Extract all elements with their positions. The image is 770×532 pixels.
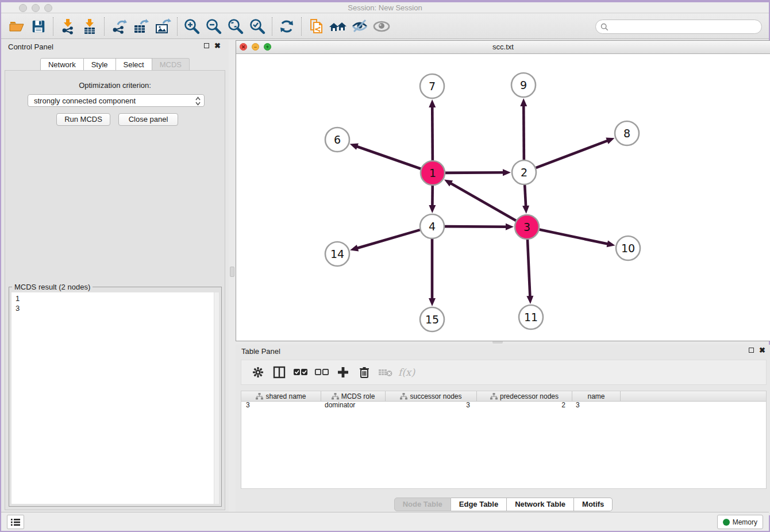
memory-button[interactable]: Memory — [717, 515, 763, 529]
cell-successor-nodes[interactable]: 3 — [386, 400, 477, 410]
export-network-icon[interactable] — [108, 16, 130, 37]
tab-motifs[interactable]: Motifs — [574, 498, 613, 511]
table-panel-title: Table Panel — [241, 347, 280, 356]
edge-arrowhead — [429, 298, 436, 306]
table-row[interactable]: 3dominator323 — [241, 400, 766, 410]
graph-edge-4-3[interactable] — [445, 226, 507, 227]
result-scrollbar[interactable] — [214, 292, 219, 504]
node-table[interactable]: shared nameMCDS rolesuccessor nodesprede… — [241, 391, 767, 489]
mcds-result-text[interactable]: 1 3 — [11, 292, 219, 504]
save-session-icon[interactable] — [28, 16, 49, 37]
cell-MCDS-role[interactable]: dominator — [321, 400, 386, 410]
show-network-overview-icon[interactable] — [327, 16, 349, 37]
add-column-icon[interactable] — [332, 362, 353, 383]
clone-network-view-icon[interactable] — [305, 16, 327, 37]
app-window: Session: New Session — [1, 2, 769, 531]
table-panel-tabs: Node TableEdge TableNetwork TableMotifs — [236, 498, 770, 511]
edge-arrowhead — [350, 144, 359, 150]
open-session-icon[interactable] — [6, 16, 28, 37]
column-header-shared-name[interactable]: shared name — [241, 391, 321, 402]
graph-edge-3-10[interactable] — [540, 230, 609, 244]
network-view-window: ✕ − + scc.txt 7968124314101511 — [236, 40, 770, 341]
graph-edge-3-11[interactable] — [528, 240, 530, 298]
graph-node-label: 3 — [523, 221, 530, 233]
network-graph: 7968124314101511 — [236, 54, 770, 341]
function-builder-icon: f(x) — [396, 362, 417, 383]
edge-arrowhead — [522, 206, 529, 214]
deselect-all-rows-icon[interactable] — [311, 362, 332, 383]
toolbar-separator — [177, 17, 178, 36]
graph-edge-2-9[interactable] — [523, 105, 524, 160]
graph-edge-1-6[interactable] — [356, 146, 421, 169]
graph-node-label: 2 — [521, 166, 528, 179]
search-field[interactable] — [595, 20, 762, 34]
import-table-icon[interactable] — [79, 16, 101, 37]
edge-arrowhead — [520, 98, 527, 106]
split-table-icon[interactable] — [268, 362, 290, 383]
graph-node-label: 15 — [425, 313, 439, 326]
export-table-icon[interactable] — [130, 16, 152, 37]
delete-columns-icon[interactable] — [353, 362, 375, 383]
column-header-MCDS-role[interactable]: MCDS role — [321, 391, 386, 402]
graph-edge-2-3[interactable] — [525, 185, 526, 207]
tab-edge-table[interactable]: Edge Table — [451, 498, 507, 511]
toolbar-separator — [104, 17, 105, 36]
tab-network-table[interactable]: Network Table — [507, 498, 574, 511]
edge-arrowhead — [350, 245, 359, 252]
graph-edge-2-8[interactable] — [536, 140, 609, 168]
graph-edge-4-14[interactable] — [356, 230, 420, 248]
close-panel-icon[interactable]: ✖ — [759, 348, 765, 353]
splitter-grip[interactable] — [230, 267, 234, 277]
titlebar: Session: New Session — [1, 2, 769, 13]
float-panel-icon[interactable] — [749, 348, 754, 353]
graph-node-label: 11 — [524, 311, 538, 323]
network-canvas[interactable]: 7968124314101511 — [236, 54, 770, 341]
status-bar: Memory — [1, 512, 769, 531]
column-header-name[interactable]: name — [572, 391, 621, 402]
task-history-button[interactable] — [7, 515, 24, 529]
optimization-criterion-label: Optimization criterion: — [5, 81, 225, 90]
column-header-predecessor-nodes[interactable]: predecessor nodes — [477, 391, 572, 402]
optimization-criterion-select[interactable]: strongly connected component — [28, 94, 205, 107]
zoom-selected-icon[interactable] — [247, 16, 268, 37]
zoom-out-icon[interactable] — [203, 16, 225, 37]
column-header-successor-nodes[interactable]: successor nodes — [386, 391, 477, 402]
table-header-row: shared nameMCDS rolesuccessor nodesprede… — [241, 391, 766, 402]
graph-node-label: 14 — [330, 248, 344, 260]
edge-arrowhead — [506, 223, 514, 230]
memory-label: Memory — [733, 518, 757, 526]
list-icon — [10, 518, 21, 526]
run-mcds-button[interactable]: Run MCDS — [56, 113, 110, 126]
tab-node-table[interactable]: Node Table — [394, 498, 451, 511]
close-panel-icon[interactable]: ✖ — [214, 43, 221, 48]
network-window-titlebar[interactable]: ✕ − + scc.txt — [236, 41, 770, 54]
edge-arrowhead — [429, 99, 436, 107]
hide-selected-icon[interactable] — [349, 16, 371, 37]
zoom-in-icon[interactable] — [181, 16, 203, 37]
cell-name[interactable]: 3 — [572, 400, 621, 410]
column-settings-icon[interactable] — [247, 362, 268, 383]
edge-arrowhead — [607, 241, 615, 248]
close-panel-button[interactable]: Close panel — [118, 113, 178, 126]
cell-predecessor-nodes[interactable]: 2 — [477, 400, 572, 410]
search-input[interactable] — [611, 23, 761, 31]
window-title: Session: New Session — [1, 3, 769, 12]
show-all-icon[interactable] — [371, 16, 392, 37]
float-panel-icon[interactable] — [204, 43, 209, 48]
graph-node-label: 1 — [429, 167, 436, 179]
graph-edge-1-7[interactable] — [432, 106, 433, 160]
edge-arrowhead — [503, 169, 511, 176]
graph-edge-3-1[interactable] — [449, 183, 515, 221]
import-network-icon[interactable] — [57, 16, 79, 37]
graph-edge-1-2[interactable] — [445, 172, 505, 173]
mcds-result-group: MCDS result (2 nodes) 1 3 — [9, 287, 222, 507]
control-panel-title: Control Panel — [8, 43, 53, 51]
select-all-rows-icon[interactable] — [290, 362, 311, 383]
cell-shared-name[interactable]: 3 — [241, 400, 321, 410]
zoom-fit-icon[interactable] — [225, 16, 247, 37]
export-image-icon[interactable] — [152, 16, 174, 37]
edge-arrowhead — [606, 138, 614, 144]
toolbar-separator — [272, 17, 272, 36]
apply-layout-icon[interactable] — [276, 16, 298, 37]
vertical-splitter[interactable] — [229, 40, 236, 515]
